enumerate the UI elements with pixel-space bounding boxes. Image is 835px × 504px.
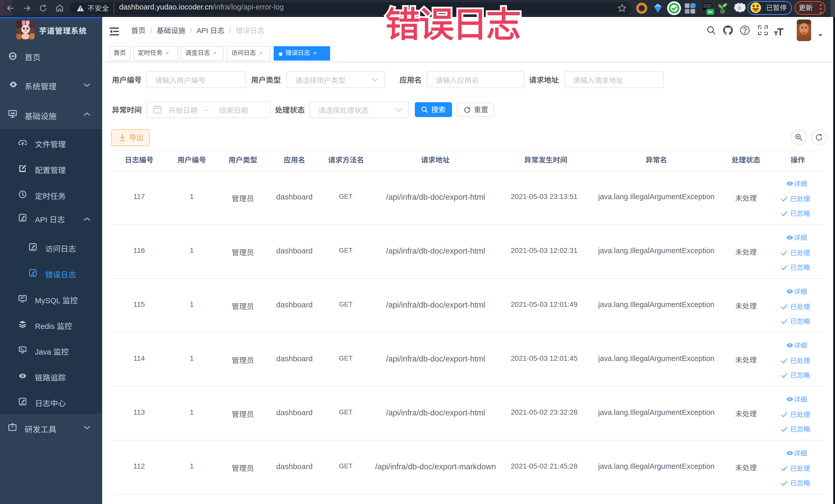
svg-text:on: on <box>708 10 712 14</box>
